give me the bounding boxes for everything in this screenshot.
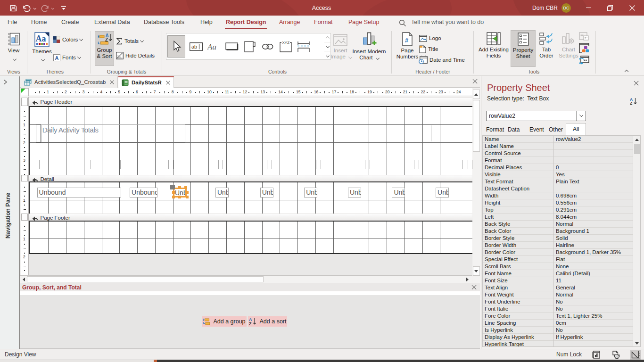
property-row-text-align[interactable]: Text AlignGeneral	[483, 284, 640, 291]
report-title-label[interactable]: Daily Activity Totals	[41, 124, 185, 142]
document-tab-dailystatsr[interactable]: DailyStatsR	[118, 76, 174, 88]
property-row-decimal-places[interactable]: Decimal Places0	[483, 164, 640, 171]
property-value[interactable]: Plain Text	[556, 179, 579, 184]
customize-qat-button[interactable]	[57, 1, 70, 15]
property-row-border-color[interactable]: Border ColorBackground 1, Darker 35%	[483, 249, 640, 256]
ribbon-tab-help[interactable]: Help	[199, 16, 214, 29]
property-sheet-button[interactable]: Property Sheet	[511, 30, 536, 67]
property-value[interactable]: Solid	[556, 235, 568, 241]
property-row-text-format[interactable]: Text FormatPlain Text	[483, 178, 640, 185]
move-handle[interactable]	[170, 185, 175, 189]
section-selector-page-footer[interactable]	[21, 214, 28, 221]
property-row-font-name[interactable]: Font NameCalibri (Detail)	[483, 270, 640, 277]
close-tab-button[interactable]	[109, 80, 114, 84]
close-pane-button[interactable]	[471, 285, 476, 289]
collapse-ribbon-button[interactable]	[623, 68, 628, 74]
page-break-control[interactable]	[295, 35, 313, 58]
close-property-sheet-button[interactable]	[634, 81, 638, 85]
ribbon-tab-home[interactable]: Home	[30, 16, 48, 29]
property-value[interactable]: No	[556, 327, 563, 333]
insert-image-button[interactable]: Insert Image	[330, 32, 350, 60]
view-button[interactable]: View	[4, 32, 24, 62]
property-value[interactable]: 0.291cm	[556, 207, 577, 213]
property-scroll-thumb[interactable]	[634, 144, 640, 154]
ruler-corner[interactable]	[21, 88, 29, 96]
property-tab-event[interactable]: Event	[527, 125, 547, 135]
avatar[interactable]: DC	[561, 3, 571, 13]
property-row-datasheet-caption[interactable]: Datasheet Caption	[483, 185, 640, 192]
property-row-border-style[interactable]: Border StyleSolid	[483, 235, 640, 242]
ribbon-tab-page-setup[interactable]: Page Setup	[347, 16, 380, 29]
ribbon-tab-arrange[interactable]: Arrange	[278, 16, 301, 29]
property-row-top[interactable]: Top0.291cm	[483, 206, 640, 214]
hyperlink-control[interactable]	[259, 35, 277, 58]
gallery-scroll-up[interactable]	[324, 33, 330, 42]
column-header-textbox[interactable]	[39, 160, 91, 169]
property-value[interactable]: Background 1, Darker 35%	[556, 249, 621, 255]
property-row-name[interactable]: NamerowValue2	[483, 136, 640, 143]
scroll-down-button[interactable]	[473, 266, 480, 276]
sort-az-button[interactable]: A Z	[630, 97, 637, 107]
column-header-textbox[interactable]	[272, 160, 316, 169]
property-row-label-name[interactable]: Label Name	[483, 143, 640, 150]
property-row-scroll-bars[interactable]: Scroll BarsNone	[483, 263, 640, 270]
resize-handle[interactable]	[186, 196, 189, 198]
add-sort-button[interactable]: A Z Add a sort	[248, 316, 287, 327]
property-value[interactable]: No	[556, 306, 563, 312]
scroll-down-button[interactable]	[634, 340, 640, 346]
totals-button[interactable]: Totals	[116, 36, 143, 46]
navigation-pane-collapsed[interactable]: Navigation Pane	[0, 76, 20, 349]
select-control[interactable]	[167, 35, 185, 58]
resize-handle[interactable]	[178, 186, 181, 189]
property-row-display-as-hyperlink[interactable]: Display As HyperlinkIf Hyperlink	[483, 334, 640, 341]
tab-order-button[interactable]: Tab Order	[536, 32, 557, 59]
group-sort-button[interactable]: A Z Group & Sort	[95, 31, 114, 66]
property-row-back-color[interactable]: Back ColorBackground 1	[483, 228, 640, 235]
design-view-button[interactable]	[630, 350, 641, 360]
section-selector-detail[interactable]	[21, 175, 28, 181]
themes-button[interactable]: Aa Themes	[31, 32, 53, 62]
property-row-left[interactable]: Left8.044cm	[483, 214, 640, 221]
resize-handle[interactable]	[172, 191, 175, 194]
convert-macros-button[interactable]	[579, 56, 590, 67]
subreport-in-new-window-button[interactable]	[579, 32, 590, 43]
section-bar-page-header[interactable]: Page Header	[29, 98, 472, 107]
button-control[interactable]	[223, 35, 241, 58]
section-content-detail[interactable]: UnboundUnboundUnboundUnboundUnboundUnbou…	[29, 182, 472, 214]
property-row-line-spacing[interactable]: Line Spacing0cm	[483, 320, 640, 327]
header-small-box[interactable]	[36, 124, 41, 142]
column-header-textbox[interactable]	[120, 160, 169, 169]
property-value[interactable]: Yes	[556, 172, 565, 177]
property-grid-column-divider[interactable]	[553, 136, 554, 347]
section-bar-page-footer[interactable]: Page Footer	[29, 214, 472, 222]
property-grid-scrollbar[interactable]	[633, 136, 640, 347]
section-bar-detail[interactable]: Detail	[29, 175, 472, 182]
property-value[interactable]: Hairline	[556, 242, 574, 248]
scroll-left-button[interactable]	[21, 276, 27, 282]
date-time-button[interactable]: Date and Time	[419, 55, 465, 65]
object-selector-combobox[interactable]: rowValue2	[486, 111, 586, 121]
property-row-control-source[interactable]: Control Source	[483, 150, 640, 157]
section-selector-page-header[interactable]	[21, 98, 28, 106]
scroll-up-button[interactable]	[473, 90, 480, 99]
section-content-page-footer[interactable]	[29, 222, 472, 254]
combobox-dropdown-button[interactable]	[576, 111, 586, 121]
horizontal-scroll-thumb[interactable]	[27, 276, 264, 282]
unbound-textbox[interactable]: Unbound	[130, 188, 157, 197]
column-header-textbox[interactable]	[223, 160, 267, 169]
label-control[interactable]: Aa	[205, 35, 223, 58]
unbound-object-frame-control[interactable]: XYZ	[277, 35, 295, 58]
property-row-font-weight[interactable]: Font WeightNormal	[483, 291, 640, 298]
logo-button[interactable]: Logo	[419, 33, 441, 43]
colors-button[interactable]: Colors	[53, 34, 83, 45]
property-tab-all[interactable]: All	[566, 123, 586, 135]
vertical-scrollbar[interactable]	[473, 88, 480, 283]
property-value[interactable]: 8.044cm	[556, 214, 577, 220]
unbound-textbox[interactable]: Unbound	[348, 188, 361, 197]
property-row-special-effect[interactable]: Special EffectFlat	[483, 256, 640, 263]
hide-details-button[interactable]: Hide Details	[116, 50, 155, 61]
unbound-textbox[interactable]: Unbound	[392, 188, 405, 197]
property-value[interactable]: 0cm	[556, 320, 566, 326]
column-header-textbox[interactable]	[173, 160, 219, 169]
resize-handle[interactable]	[178, 196, 181, 198]
